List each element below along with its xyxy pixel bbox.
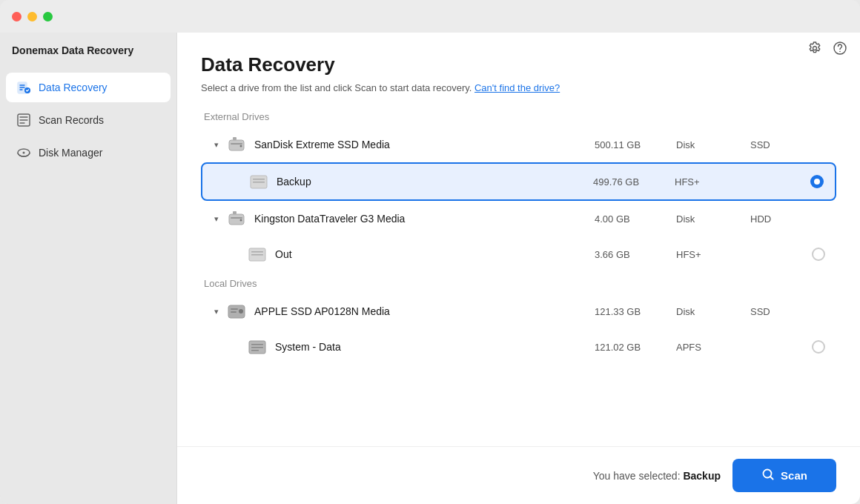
chevron-sandisk: ▾ [210,138,223,151]
titlebar [0,0,860,33]
drive-icon-apple-ssd [226,301,247,322]
svg-rect-21 [251,254,263,256]
spacer-backup [232,175,245,188]
settings-icon[interactable] [807,40,823,56]
scan-icon [761,468,775,483]
main-header: Data Recovery Select a drive from the li… [177,33,860,105]
svg-rect-24 [231,311,236,313]
sidebar-item-data-recovery[interactable]: Data Recovery [6,73,171,102]
drive-row-out[interactable]: Out 3.66 GB HFS+ [201,236,836,272]
drive-radio-backup [808,175,826,188]
drive-radio-out [810,248,827,261]
app-title: Donemax Data Recovery [0,33,176,71]
scan-button-label: Scan [781,469,807,482]
help-icon[interactable] [832,40,848,56]
chevron-kingston: ▾ [210,212,223,225]
selected-drive-name: Backup [683,470,721,482]
footer: You have selected: Backup Scan [177,446,860,504]
drive-size-apple-ssd: 121.33 GB [595,306,676,317]
svg-rect-23 [231,308,238,310]
svg-rect-29 [251,350,259,351]
footer-status: You have selected: Backup [593,470,721,482]
drive-row-system-data[interactable]: System - Data 121.02 GB APFS [201,329,836,365]
sidebar-label-data-recovery: Data Recovery [39,82,108,93]
svg-rect-10 [231,143,242,145]
sidebar: Donemax Data Recovery Data Recovery Scan… [0,0,176,504]
sidebar-label-scan-records: Scan Records [39,114,104,126]
spacer-out [231,248,244,261]
data-recovery-icon [16,80,31,95]
drive-radio-system-data [810,340,827,354]
radio-empty-system [812,340,825,354]
svg-point-5 [813,47,817,50]
drive-icon-kingston [226,208,247,229]
radio-selected [810,175,824,188]
section-label-external: External Drives [201,111,836,122]
drive-icon-out [247,244,268,265]
drive-name-kingston: Kingston DataTraveler G3 Media [254,213,595,225]
svg-rect-27 [251,344,263,345]
spacer-system-data [231,340,244,354]
traffic-lights [12,12,53,21]
drive-size-kingston: 4.00 GB [595,213,676,225]
drive-size-backup: 499.76 GB [593,176,675,188]
svg-point-4 [23,152,25,154]
drive-icon-system-data [247,336,268,357]
svg-point-11 [240,145,242,147]
main-content: Data Recovery Select a drive from the li… [176,33,860,504]
svg-rect-28 [251,347,263,348]
drive-row-apple-ssd[interactable]: ▾ APPLE SSD AP0128N Media 121.33 GB Disk… [201,294,836,329]
svg-rect-9 [233,137,236,140]
scan-records-icon [16,113,31,127]
cant-find-link[interactable]: Can't find the drive? [474,82,560,93]
svg-rect-14 [253,182,265,183]
svg-rect-16 [233,211,236,214]
drive-type-backup: HFS+ [675,176,749,188]
drive-fs-kingston: HDD [750,213,810,225]
minimize-button[interactable] [27,12,37,21]
sidebar-item-disk-manager[interactable]: Disk Manager [6,138,171,168]
drive-type-system-data: APFS [676,342,750,353]
page-title: Data Recovery [201,53,836,76]
svg-point-18 [240,219,242,222]
drive-row-sandisk[interactable]: ▾ SanDisk Extreme SSD Media 500.11 GB Di… [201,127,836,162]
drive-type-kingston: Disk [676,213,750,225]
drive-name-apple-ssd: APPLE SSD AP0128N Media [254,305,595,317]
drive-list: External Drives ▾ SanDisk Extreme SSD Me… [177,105,860,446]
svg-rect-13 [253,179,265,180]
drive-fs-sandisk: SSD [750,139,810,150]
drive-row-backup[interactable]: Backup 499.76 GB HFS+ [201,162,836,201]
drive-name-backup: Backup [277,176,593,188]
drive-fs-apple-ssd: SSD [750,306,810,317]
chevron-apple-ssd: ▾ [210,305,223,318]
drive-icon-backup [248,171,269,192]
drive-icon-sandisk [226,134,247,155]
maximize-button[interactable] [43,12,53,21]
svg-rect-20 [251,251,263,253]
svg-rect-17 [231,217,242,219]
drive-type-sandisk: Disk [676,139,750,150]
drive-size-system-data: 121.02 GB [595,342,676,353]
svg-point-7 [839,51,841,53]
topbar-icons [807,40,848,56]
drive-type-out: HFS+ [676,249,750,260]
subtitle: Select a drive from the list and click S… [201,82,836,93]
drive-row-kingston[interactable]: ▾ Kingston DataTraveler G3 Media 4.00 GB… [201,201,836,236]
sidebar-item-scan-records[interactable]: Scan Records [6,105,171,135]
drive-name-out: Out [275,248,595,260]
radio-empty [812,248,825,261]
close-button[interactable] [12,12,22,21]
drive-name-system-data: System - Data [275,341,595,353]
drive-size-sandisk: 500.11 GB [595,139,676,150]
scan-button[interactable]: Scan [732,459,836,492]
section-label-local: Local Drives [201,278,836,289]
disk-manager-icon [16,145,31,160]
sidebar-label-disk-manager: Disk Manager [39,147,102,159]
drive-size-out: 3.66 GB [595,249,676,260]
drive-name-sandisk: SanDisk Extreme SSD Media [254,139,595,150]
svg-point-25 [239,309,243,314]
drive-type-apple-ssd: Disk [676,306,750,317]
